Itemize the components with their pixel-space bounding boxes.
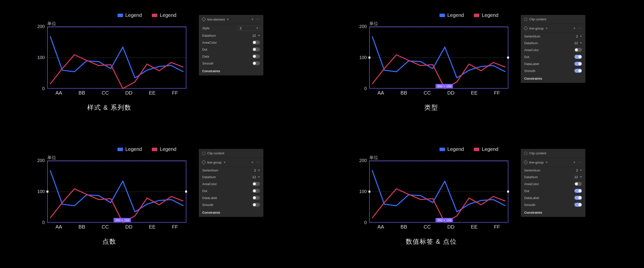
clip-content-checkbox[interactable] [524,152,527,155]
more-icon[interactable]: ⋯ [578,26,582,30]
prop-value[interactable]: 2 [576,169,578,172]
legend-item-1: Legend [118,12,142,18]
prop-toggle[interactable] [574,196,582,200]
chevron-down-icon[interactable] [224,162,226,163]
prop-toggle[interactable] [574,189,582,193]
layer-name[interactable]: line-group [207,161,222,164]
prop-toggle[interactable] [574,48,582,52]
reset-icon[interactable]: ✦ [251,17,254,21]
prop-toggle[interactable] [252,182,260,186]
prop-label: Smooth [524,203,536,207]
plot-area[interactable] [47,26,186,89]
legend-label-2: Legend [482,12,498,18]
inspector-panel: Clip content line-group ✦ ⋯ SeriesNum2Da… [199,149,263,217]
prop-toggle[interactable] [252,61,260,65]
prop-toggle[interactable] [574,69,582,73]
chevron-down-icon[interactable] [546,162,548,163]
layer-name[interactable]: line-group [529,161,544,164]
x-tick: DD [447,90,454,96]
reset-icon[interactable]: ✦ [251,160,254,164]
prop-value[interactable]: 12 [574,175,578,179]
layer-name[interactable]: line-group [529,26,544,30]
y-axis-title: 单位 [369,155,506,161]
prop-label: SeriesNum [524,169,540,172]
chevron-down-icon[interactable] [258,35,260,36]
chevron-down-icon[interactable] [580,176,582,178]
caption: 数值标签 & 点位 [344,237,518,246]
chevron-down-icon[interactable] [258,170,260,171]
prop-toggle[interactable] [252,189,260,193]
more-icon[interactable]: ⋯ [256,160,260,164]
x-tick: FF [172,224,178,230]
chart-top-left: Legend Legend 单位 200 100 0 [10,5,184,112]
selection-size-badge: 350 × 156 [114,218,131,223]
prop-value[interactable]: 12 [252,175,256,179]
reset-icon[interactable]: ✦ [573,26,576,30]
plot-area[interactable]: 350 × 156 [369,26,508,89]
more-icon[interactable]: ⋯ [578,160,582,164]
x-ticks: AA BB CC DD EE FF [47,224,186,230]
x-tick: EE [471,90,478,96]
prop-value[interactable]: 2 [576,34,578,38]
y-tick: 200 [359,158,367,163]
prop-label: DataNum [202,175,216,179]
prop-toggle[interactable] [252,40,260,44]
selection-size-badge: 350 × 156 [436,218,453,223]
prop-label: DataNum [524,41,538,45]
layer-name[interactable]: line-element [207,18,225,21]
chart-lines [370,161,508,223]
prop-row-seriesnum: SeriesNum2 [199,167,263,174]
series-line [372,170,505,212]
x-tick: CC [424,224,431,230]
prop-toggle[interactable] [252,203,260,207]
chevron-down-icon[interactable] [580,36,582,37]
clip-content-checkbox[interactable] [202,152,205,155]
prop-label: DataNum [524,175,538,179]
plot-area[interactable]: 350 × 156 [369,161,508,223]
prop-value[interactable]: 12 [252,34,256,37]
clip-content-checkbox[interactable] [524,18,527,21]
chevron-down-icon[interactable] [580,170,582,171]
constraints-heading: Constraints [524,77,542,80]
x-tick: CC [424,90,431,96]
x-tick: BB [78,224,85,230]
chevron-down-icon[interactable] [580,42,582,44]
x-tick: BB [400,90,407,96]
chart-top-right: Legend Legend 单位 200 100 0 [332,5,506,112]
y-ticks: 200 100 0 [354,161,367,223]
y-tick: 200 [37,24,45,29]
x-tick: CC [102,90,109,96]
y-tick: 100 [359,55,367,60]
prop-row-datalabel: DataLabel [199,194,263,201]
clip-content-label: Clip content [529,17,546,21]
x-tick: AA [378,90,384,96]
chevron-down-icon[interactable] [227,19,229,20]
legend: Legend Legend [10,139,184,155]
prop-row-datalabel: DataLabel [521,60,585,67]
prop-toggle[interactable] [574,182,582,186]
prop-toggle[interactable] [252,54,260,58]
chart-lines [370,27,508,89]
inspector-panel: Clip content line-group ✦ ⋯ SeriesNum2Da… [521,149,585,217]
reset-icon[interactable]: ✦ [573,160,576,164]
legend-label-1: Legend [126,146,142,152]
x-tick: AA [56,224,62,230]
plot-area[interactable]: 350 × 156 [47,161,186,223]
cell-top-right: Legend Legend 单位 200 100 0 [322,0,644,134]
prop-toggle[interactable] [252,47,260,51]
prop-value[interactable]: 2 [254,169,256,172]
prop-toggle[interactable] [252,196,260,200]
prop-toggle[interactable] [574,203,582,207]
prop-select[interactable]: 2 [238,25,260,31]
legend-label-2: Legend [482,146,498,152]
caption: 类型 [344,103,518,112]
chevron-down-icon[interactable] [546,28,548,29]
prop-value[interactable]: 12 [574,41,578,45]
prop-row-dot: Dot [199,187,263,194]
prop-toggle[interactable] [574,62,582,66]
constraints-heading: Constraints [202,211,220,214]
chevron-down-icon[interactable] [258,176,260,178]
prop-toggle[interactable] [574,55,582,59]
more-icon[interactable]: ⋯ [256,17,260,21]
legend-item-2: Legend [152,146,176,152]
